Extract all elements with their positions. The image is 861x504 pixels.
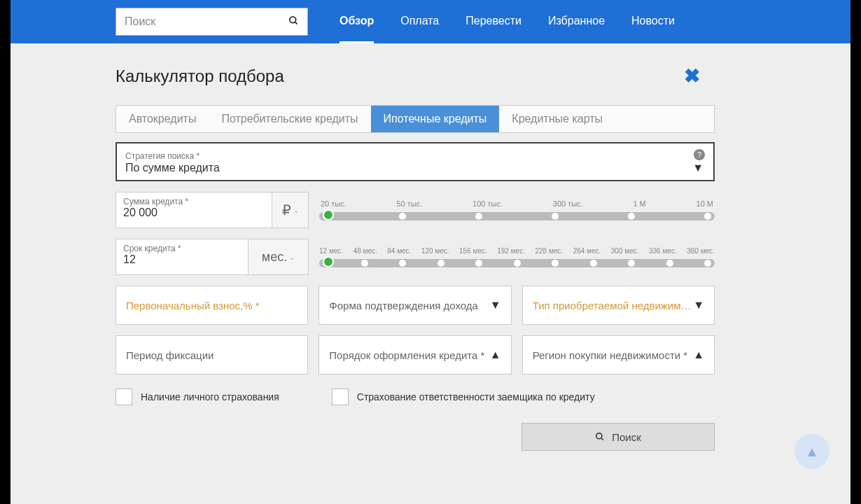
arrow-up-icon: ▲ (805, 444, 819, 460)
help-icon[interactable]: ? (694, 149, 705, 160)
slider-tick (475, 260, 482, 267)
down-payment-label: Первоначальный взнос,% * (126, 300, 298, 312)
slider-tick (552, 260, 559, 267)
credit-order-select[interactable]: Порядок оформления кредита * ▲ (318, 335, 511, 374)
search-icon (595, 432, 605, 442)
purchase-region-label: Регион покупки недвижимости * (533, 349, 704, 361)
tick-label: 12 мес. (319, 247, 343, 255)
tick-label: 336 мес. (649, 247, 677, 255)
tick-label: 264 мес. (573, 247, 601, 255)
tab-cards[interactable]: Кредитные карты (499, 106, 615, 132)
slider-track[interactable] (319, 212, 715, 220)
currency-select[interactable]: ₽ ⌄ (272, 192, 309, 228)
down-payment-input[interactable]: Первоначальный взнос,% * (115, 286, 308, 325)
svg-line-3 (601, 438, 603, 440)
amount-label: Сумма кредита * (123, 197, 265, 206)
slider-tick (628, 260, 635, 267)
tick-label: 20 тыс. (321, 200, 346, 208)
property-type-select[interactable]: Тип приобретаемой недвижим… ▼ (522, 286, 715, 325)
tick-label: 120 мес. (421, 247, 449, 255)
term-unit-select[interactable]: мес. ⌄ (248, 239, 309, 275)
tab-consumer[interactable]: Потребительские кредиты (209, 106, 370, 132)
slider-tick (475, 213, 482, 220)
tick-label: 228 мес. (535, 247, 563, 255)
slider-handle[interactable] (323, 256, 334, 267)
term-slider[interactable]: 12 мес. 48 мес. 84 мес. 120 мес. 156 мес… (319, 247, 715, 267)
nav-transfer[interactable]: Перевести (465, 1, 522, 43)
svg-point-0 (290, 17, 296, 23)
tick-label: 1 М (633, 200, 645, 208)
slider-tick (438, 260, 444, 267)
fixation-input[interactable]: Период фиксации (115, 335, 308, 374)
term-unit: мес. (262, 250, 287, 265)
amount-input[interactable] (123, 206, 265, 219)
tick-label: 48 мес. (354, 247, 377, 255)
liability-checkbox-row: Страхование ответственности заемщика по … (332, 388, 595, 405)
income-proof-label: Форма подтверждения дохода (329, 300, 500, 312)
property-type-label: Тип приобретаемой недвижим… (533, 300, 704, 312)
nav-news[interactable]: Новости (631, 1, 675, 43)
chevron-down-icon: ▼ (692, 162, 704, 174)
search-box[interactable] (115, 8, 308, 36)
strategy-select[interactable]: Стратегия поиска * По сумме кредита ? ▼ (115, 142, 715, 181)
chevron-up-icon: ▲ (693, 349, 704, 361)
page-title: Калькулятор подбора (115, 66, 284, 86)
tick-label: 100 тыс. (472, 200, 503, 208)
slider-tick (399, 213, 406, 220)
search-input[interactable] (125, 15, 288, 28)
tick-label: 192 мес. (497, 247, 525, 255)
liability-checkbox[interactable] (332, 388, 349, 405)
purchase-region-select[interactable]: Регион покупки недвижимости * ▲ (522, 335, 715, 374)
tick-label: 360 мес. (687, 247, 715, 255)
tab-auto[interactable]: Автокредиты (116, 106, 209, 132)
slider-tick (704, 260, 711, 267)
term-input-box[interactable]: Срок кредита * (115, 239, 248, 275)
chevron-down-icon: ⌄ (293, 206, 299, 214)
chevron-down-icon: ⌄ (289, 253, 295, 261)
slider-tick (552, 213, 559, 220)
slider-tick (628, 213, 635, 220)
search-icon[interactable] (288, 15, 299, 28)
insurance-checkbox-row: Наличие личного страхования (115, 388, 279, 405)
chevron-down-icon: ▼ (693, 299, 704, 312)
liability-label: Страхование ответственности заемщика по … (357, 391, 595, 402)
income-proof-select[interactable]: Форма подтверждения дохода ▼ (318, 286, 511, 325)
slider-track[interactable] (319, 259, 715, 267)
slider-tick (666, 260, 673, 267)
strategy-value: По сумме кредита (125, 162, 705, 174)
slider-tick (704, 213, 711, 220)
nav-favorites[interactable]: Избранное (548, 1, 605, 43)
strategy-label: Стратегия поиска * (125, 151, 200, 161)
fixation-label: Период фиксации (126, 349, 298, 361)
credit-order-label: Порядок оформления кредита * (329, 349, 500, 361)
slider-tick (399, 260, 406, 267)
slider-tick (514, 260, 521, 267)
tick-label: 50 тыс. (397, 200, 423, 208)
product-tabs: Автокредиты Потребительские кредиты Ипот… (115, 105, 715, 133)
tick-label: 84 мес. (387, 247, 411, 255)
slider-tick (361, 260, 368, 267)
nav: Обзор Оплата Перевести Избранное Новости (340, 1, 675, 43)
svg-point-2 (596, 433, 602, 439)
nav-payment[interactable]: Оплата (400, 1, 439, 43)
svg-line-1 (295, 22, 297, 24)
term-label: Срок кредита * (123, 244, 241, 253)
search-button[interactable]: Поиск (522, 423, 715, 451)
insurance-label: Наличие личного страхования (141, 391, 279, 402)
amount-slider[interactable]: 20 тыс. 50 тыс. 100 тыс. 300 тыс. 1 М 10… (319, 200, 715, 220)
ruble-icon: ₽ (282, 202, 291, 218)
insurance-checkbox[interactable] (115, 388, 132, 405)
amount-input-box[interactable]: Сумма кредита * (115, 192, 272, 228)
header: Обзор Оплата Перевести Избранное Новости (10, 0, 850, 43)
chevron-down-icon: ▼ (490, 299, 501, 312)
tick-label: 300 мес. (611, 247, 639, 255)
slider-handle[interactable] (323, 209, 334, 220)
scroll-to-top-button[interactable]: ▲ (794, 434, 830, 469)
nav-overview[interactable]: Обзор (340, 1, 374, 43)
term-input[interactable] (123, 253, 241, 266)
tick-label: 156 мес. (459, 247, 487, 255)
tick-label: 300 тыс. (553, 200, 583, 208)
slider-tick (590, 260, 597, 267)
close-button[interactable]: ✖ (684, 64, 700, 88)
tab-mortgage[interactable]: Ипотечные кредиты (371, 106, 500, 132)
